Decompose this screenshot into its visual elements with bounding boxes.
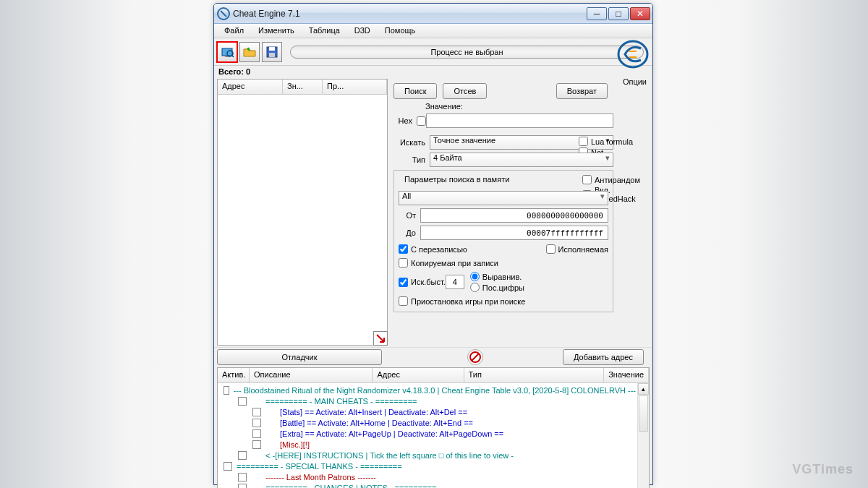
scan-panel: Поиск Отсев Возврат Значение: Hex Искать… (391, 77, 652, 347)
open-file-button[interactable] (239, 42, 260, 62)
svg-line-10 (472, 354, 479, 361)
row-checkbox[interactable] (224, 462, 232, 471)
digits-radio[interactable] (470, 283, 480, 292)
search-button[interactable]: Поиск (393, 83, 437, 99)
process-label[interactable]: Процесс не выбран (290, 46, 644, 59)
col-addr[interactable]: Адрес (373, 368, 464, 382)
row-checkbox[interactable] (252, 408, 261, 416)
menu-d3d[interactable]: D3D (347, 24, 378, 38)
value-input[interactable] (426, 114, 613, 128)
filter-button[interactable]: Отсев (443, 83, 487, 99)
table-row[interactable]: [Battle] == Activate: Alt+Home | Deactiv… (219, 417, 636, 428)
fastscan-checkbox[interactable] (399, 278, 408, 287)
scroll-up-button[interactable]: ▴ (638, 383, 649, 395)
svg-point-8 (618, 41, 647, 67)
toolbar: Процесс не выбран (214, 38, 652, 66)
col-value[interactable]: Зн... (283, 80, 323, 94)
memory-params-label: Параметры поиска в памяти (401, 175, 512, 184)
found-list-body[interactable] (218, 95, 387, 345)
row-checkbox[interactable] (252, 440, 261, 449)
col-val[interactable]: Значение (604, 368, 649, 382)
app-window: Cheat Engine 7.1 ─ □ ✕ Файл Изменить Таб… (213, 3, 653, 485)
menu-help[interactable]: Помощь (378, 24, 423, 38)
col-address[interactable]: Адрес (218, 80, 283, 94)
table-row[interactable]: ------- Last Month Patrons ------- (219, 471, 636, 482)
table-row[interactable]: --- Bloodstained Ritual of the Night Ran… (219, 385, 636, 395)
table-body[interactable]: --- Bloodstained Ritual of the Night Ran… (218, 383, 637, 488)
save-button[interactable] (262, 42, 282, 62)
align-radio[interactable] (470, 272, 480, 281)
table-row[interactable]: ========= - SPECIAL THANKS - ========= (219, 461, 636, 471)
col-desc[interactable]: Описание (250, 368, 373, 382)
row-checkbox[interactable] (238, 451, 247, 460)
table-row[interactable]: ========= - MAIN CHEATS - ========= (219, 395, 636, 406)
table-row[interactable]: [Misc.][!] (219, 439, 636, 450)
titlebar[interactable]: Cheat Engine 7.1 ─ □ ✕ (214, 4, 652, 24)
row-checkbox[interactable] (238, 473, 247, 481)
close-button[interactable]: ✕ (630, 7, 650, 20)
cheatengine-logo (616, 38, 650, 70)
menu-edit[interactable]: Изменить (251, 24, 302, 38)
exec-checkbox[interactable] (546, 244, 556, 254)
svg-line-4 (232, 56, 234, 57)
debugger-button[interactable]: Отладчик (217, 349, 382, 365)
menubar: Файл Изменить Таблица D3D Помощь (214, 24, 652, 38)
svg-rect-7 (269, 53, 275, 57)
svg-rect-6 (269, 47, 275, 51)
col-type[interactable]: Тип (464, 368, 605, 382)
watermark: VGTimes (792, 462, 854, 477)
back-button[interactable]: Возврат (556, 83, 608, 99)
copyonwrite-checkbox[interactable] (399, 258, 408, 267)
menu-file[interactable]: Файл (217, 24, 251, 38)
table-row[interactable]: [Extra] == Activate: Alt+PageUp | Deacti… (219, 428, 636, 439)
add-address-button[interactable]: Добавить адрес (563, 349, 644, 365)
scrollbar[interactable]: ▴ ▾ (637, 383, 649, 488)
open-process-button[interactable] (217, 42, 237, 62)
col-prev[interactable]: Пр... (323, 80, 387, 94)
found-list: Адрес Зн... Пр... (217, 79, 388, 346)
row-checkbox[interactable] (238, 397, 247, 406)
region-select[interactable]: All (399, 191, 608, 205)
app-icon (217, 7, 230, 20)
scroll-thumb[interactable] (639, 395, 648, 432)
value-type-select[interactable]: 4 Байта (430, 153, 613, 167)
to-input[interactable] (420, 226, 608, 240)
antirandom-checkbox[interactable] (582, 175, 592, 184)
no-entry-icon (467, 349, 483, 365)
window-title: Cheat Engine 7.1 (233, 9, 585, 19)
from-input[interactable] (420, 208, 608, 223)
fastscan-value[interactable] (446, 275, 464, 289)
table-row[interactable]: ========= - CHANGES | NOTES - ========= (219, 482, 636, 488)
table-row[interactable]: < -[HERE] INSTRUCTIONS | Tick the left s… (219, 450, 636, 461)
col-active[interactable]: Актив. (218, 368, 250, 382)
row-checkbox[interactable] (238, 484, 247, 489)
rewrite-checkbox[interactable] (399, 244, 408, 254)
row-checkbox[interactable] (252, 429, 261, 438)
table-row[interactable]: [Stats] == Activate: Alt+Insert | Deacti… (219, 406, 636, 417)
row-checkbox[interactable] (224, 386, 229, 395)
add-to-table-button[interactable] (373, 331, 388, 346)
maximize-button[interactable]: □ (608, 7, 629, 20)
value-label: Значение: (425, 102, 463, 111)
row-checkbox[interactable] (252, 419, 261, 427)
address-table: Актив. Описание Адрес Тип Значение --- B… (217, 367, 650, 488)
lua-checkbox[interactable] (579, 137, 588, 146)
hex-checkbox[interactable] (417, 116, 426, 126)
minimize-button[interactable]: ─ (587, 7, 607, 20)
pause-checkbox[interactable] (399, 296, 408, 306)
total-found: Всего: 0 (214, 66, 652, 77)
menu-table[interactable]: Таблица (302, 24, 347, 38)
